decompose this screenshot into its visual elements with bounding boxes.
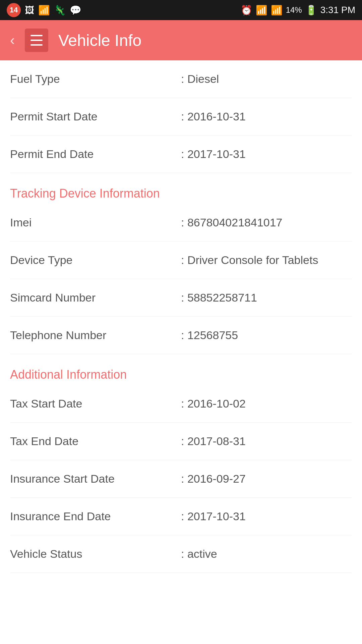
info-value-0: : Diesel — [181, 72, 352, 86]
info-row-2: Permit End Date: 2017-10-31 — [10, 136, 352, 173]
info-row-0: Fuel Type: Diesel — [10, 60, 352, 98]
info-row-9: Tax Start Date: 2016-10-02 — [10, 385, 352, 423]
info-label-12: Insurance End Date — [10, 510, 181, 523]
wireless-icon: 📶 — [38, 5, 50, 16]
info-value-2: : 2017-10-31 — [181, 148, 352, 161]
info-value-10: : 2017-08-31 — [181, 435, 352, 448]
info-label-0: Fuel Type — [10, 72, 181, 86]
menu-line-1 — [31, 35, 43, 36]
info-value-7: : 12568755 — [181, 329, 352, 342]
info-row-12: Insurance End Date: 2017-10-31 — [10, 498, 352, 535]
app-bar: ‹ Vehicle Info — [0, 20, 362, 60]
section-header-8: Additional Information — [10, 354, 352, 385]
info-value-13: : active — [181, 547, 352, 560]
info-row-13: Vehicle Status: active — [10, 535, 352, 573]
info-row-6: Simcard Number: 58852258711 — [10, 279, 352, 317]
battery-text: 14% — [286, 5, 302, 15]
info-label-5: Device Type — [10, 254, 181, 267]
info-value-4: : 867804021841017 — [181, 216, 352, 229]
content-area: Fuel Type: DieselPermit Start Date: 2016… — [0, 60, 362, 573]
section-header-3: Tracking Device Information — [10, 173, 352, 204]
info-label-1: Permit Start Date — [10, 110, 181, 123]
info-label-11: Insurance Start Date — [10, 472, 181, 485]
info-row-5: Device Type: Driver Console for Tablets — [10, 241, 352, 279]
image-icon: 🖼 — [25, 5, 34, 16]
info-label-9: Tax Start Date — [10, 397, 181, 410]
notification-badge: 14 — [7, 3, 21, 17]
info-value-9: : 2016-10-02 — [181, 397, 352, 410]
back-button[interactable]: ‹ — [7, 29, 18, 52]
wifi-icon: 📶 — [256, 5, 267, 16]
menu-line-2 — [31, 40, 43, 41]
info-row-11: Insurance Start Date: 2016-09-27 — [10, 460, 352, 498]
status-bar-left: 14 🖼 📶 🦎 💬 — [7, 3, 81, 17]
info-label-13: Vehicle Status — [10, 547, 181, 560]
info-label-6: Simcard Number — [10, 291, 181, 304]
battery-icon: 🔋 — [305, 5, 317, 16]
time-display: 3:31 PM — [320, 5, 355, 15]
info-value-5: : Driver Console for Tablets — [181, 254, 352, 267]
app-bar-title: Vehicle Info — [58, 31, 141, 50]
info-value-12: : 2017-10-31 — [181, 510, 352, 523]
info-label-2: Permit End Date — [10, 148, 181, 161]
info-label-10: Tax End Date — [10, 435, 181, 448]
message-icon: 💬 — [70, 5, 81, 16]
menu-button[interactable] — [25, 29, 48, 52]
signal-icon: 📶 — [271, 5, 283, 16]
info-value-11: : 2016-09-27 — [181, 472, 352, 485]
menu-line-3 — [31, 44, 43, 46]
info-row-7: Telephone Number: 12568755 — [10, 317, 352, 354]
alarm-icon: ⏰ — [241, 5, 252, 16]
status-bar-right: ⏰ 📶 📶 14% 🔋 3:31 PM — [241, 5, 355, 16]
info-value-1: : 2016-10-31 — [181, 110, 352, 123]
info-row-1: Permit Start Date: 2016-10-31 — [10, 98, 352, 136]
info-label-7: Telephone Number — [10, 329, 181, 342]
info-row-10: Tax End Date: 2017-08-31 — [10, 423, 352, 460]
info-value-6: : 58852258711 — [181, 291, 352, 304]
info-label-4: Imei — [10, 216, 181, 229]
status-bar: 14 🖼 📶 🦎 💬 ⏰ 📶 📶 14% 🔋 3:31 PM — [0, 0, 362, 20]
info-row-4: Imei: 867804021841017 — [10, 204, 352, 241]
chameleon-icon: 🦎 — [54, 5, 66, 16]
